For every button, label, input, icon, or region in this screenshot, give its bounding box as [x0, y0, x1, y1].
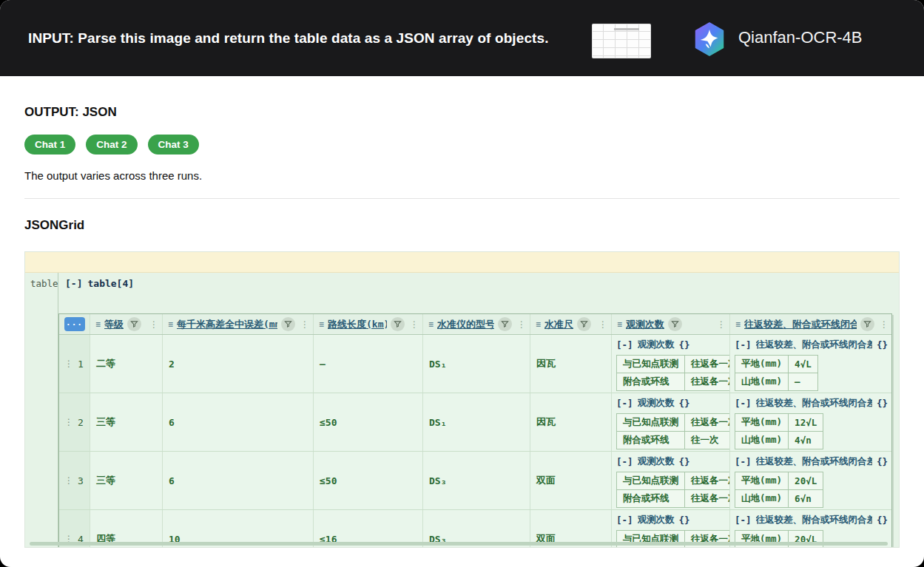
nested-table: 与已知点联测往返各一次 附合或环线往返各一次 [616, 355, 730, 391]
column-label: 往返较差、附合或环线闭合差 [744, 318, 857, 331]
column-more-icon[interactable]: ⋮ [597, 319, 607, 330]
cell-closure: [-] 往返较差、附合或环线闭合差 {} 平地(mm)20√L 山地(mm)6√… [730, 452, 892, 509]
nested-header: [-] 观测次数 {} [616, 455, 725, 468]
chat-2-button[interactable]: Chat 2 [86, 135, 137, 155]
chat-3-button[interactable]: Chat 3 [148, 135, 199, 155]
expand-all-button[interactable]: ... [64, 317, 85, 331]
nested-title: 观测次数 [638, 339, 675, 351]
nested-cell: 往返各一次 [685, 373, 731, 391]
highlight-bar [25, 252, 899, 273]
column-more-icon[interactable]: ⋮ [299, 319, 309, 330]
filter-icon[interactable] [391, 317, 405, 331]
cell-length: – [314, 335, 423, 393]
filter-icon[interactable] [860, 317, 874, 331]
filter-icon[interactable] [281, 317, 295, 331]
column-header-grade[interactable]: ≡ 等级 ⋮ [90, 314, 163, 334]
collapse-toggle[interactable]: [-] [735, 515, 752, 526]
root-node-label: table[4] [87, 278, 134, 289]
column-more-icon[interactable]: ⋮ [516, 319, 526, 330]
row-handle-cell[interactable]: ⋮ 1 [59, 335, 90, 393]
nested-title: 观测次数 [638, 397, 675, 410]
row-handle-cell[interactable]: ⋮ 2 [59, 393, 90, 451]
cell-observations: [-] 观测次数 {} 与已知点联测往返各一次 附合或环线往返各一次 [612, 335, 730, 393]
qianfan-logo-icon [694, 22, 725, 56]
input-prompt-text: INPUT: Parse this image and return the t… [28, 30, 549, 47]
card: INPUT: Parse this image and return the t… [0, 0, 924, 567]
nested-brace: {} [679, 339, 690, 350]
row-index: 2 [78, 417, 84, 428]
column-header-rmse[interactable]: ≡ 每千米高差全中误差(mm) ⋮ [163, 314, 314, 334]
nested-title: 往返较差、附合或环线闭合差 [756, 455, 872, 468]
nested-cell: – [789, 373, 818, 391]
column-menu-icon[interactable]: ≡ [319, 319, 324, 330]
nested-cell: 20√L [789, 472, 823, 490]
drag-handle-icon[interactable]: ⋮ [64, 417, 73, 427]
column-header-instrument[interactable]: ≡ 水准仪的型号 ⋮ [423, 314, 530, 334]
cell-grade: 二等 [90, 335, 163, 393]
jsongrid-main: [-] table[4] ... ≡ 等级 ⋮ [58, 273, 899, 548]
nested-cell: 12√L [789, 414, 823, 432]
column-more-icon[interactable]: ⋮ [148, 319, 158, 330]
collapse-toggle[interactable]: [-] [735, 339, 752, 350]
column-header-observations[interactable]: ≡ 观测次数 ⋮ [612, 314, 730, 334]
column-menu-icon[interactable]: ≡ [168, 319, 173, 330]
drag-handle-icon[interactable]: ⋮ [64, 475, 73, 486]
cell-staff: 因瓦 [530, 335, 612, 393]
collapse-toggle[interactable]: [-] [616, 456, 633, 467]
root-key-label: table [30, 278, 58, 289]
input-header: INPUT: Parse this image and return the t… [0, 0, 924, 76]
nested-cell: 往一次 [685, 432, 731, 449]
column-more-icon[interactable]: ⋮ [715, 319, 726, 330]
collapse-toggle[interactable]: [-] [616, 398, 633, 409]
column-header-length[interactable]: ≡ 路线长度(km) ⋮ [314, 314, 423, 334]
column-menu-icon[interactable]: ≡ [735, 319, 741, 330]
drag-handle-icon[interactable]: ⋮ [64, 359, 73, 369]
column-menu-icon[interactable]: ≡ [536, 319, 541, 330]
nested-header: [-] 观测次数 {} [616, 397, 725, 410]
column-header-closure[interactable]: ≡ 往返较差、附合或环线闭合差 ⋮ [730, 314, 892, 334]
nested-header: [-] 往返较差、附合或环线闭合差 {} [735, 455, 888, 468]
nested-brace: {} [679, 456, 690, 467]
nested-header: [-] 观测次数 {} [616, 339, 725, 351]
filter-icon[interactable] [498, 317, 512, 331]
filter-icon[interactable] [577, 317, 591, 331]
column-menu-icon[interactable]: ≡ [95, 319, 101, 330]
nested-cell: 与已知点联测 [617, 414, 685, 432]
collapse-toggle[interactable]: [-] [735, 456, 752, 467]
nested-cell: 附合或环线 [617, 490, 685, 508]
column-more-icon[interactable]: ⋮ [408, 319, 419, 330]
root-node-row: [-] table[4] [58, 273, 899, 293]
nested-brace: {} [679, 398, 690, 409]
column-label: 水准仪的型号 [437, 318, 494, 331]
cell-instrument: DS₃ [423, 452, 530, 509]
collapse-toggle[interactable]: [-] [616, 515, 633, 526]
column-menu-icon[interactable]: ≡ [617, 319, 622, 330]
nested-cell: 山地(mm) [735, 373, 789, 391]
nested-title: 往返较差、附合或环线闭合差 [756, 339, 872, 351]
column-label: 等级 [104, 318, 124, 331]
nested-title: 往返较差、附合或环线闭合差 [756, 397, 872, 410]
cell-instrument: DS₁ [423, 335, 530, 393]
nested-cell: 平地(mm) [735, 414, 789, 432]
row-handle-cell[interactable]: ⋮ 3 [59, 452, 90, 509]
collapse-toggle[interactable]: [-] [735, 398, 752, 409]
nested-table: 与已知点联测往返各一次 附合或环线往一次 [616, 413, 730, 449]
nested-table: 平地(mm)12√L 山地(mm)4√n [735, 413, 823, 449]
horizontal-scrollbar[interactable] [30, 542, 888, 546]
table-row-2: ⋮ 2 三等 6 ≤50 DS₁ 因瓦 [-] 观测次数 {} [59, 393, 891, 452]
collapse-toggle[interactable]: [-] [616, 339, 633, 350]
column-header-staff[interactable]: ≡ 水准尺 ⋮ [530, 314, 612, 334]
nested-brace: {} [679, 515, 690, 526]
filter-icon[interactable] [668, 317, 682, 331]
chat-1-button[interactable]: Chat 1 [24, 135, 75, 155]
nested-title: 观测次数 [638, 455, 675, 468]
cell-staff: 双面 [530, 452, 612, 509]
nested-header: [-] 往返较差、附合或环线闭合差 {} [735, 397, 888, 410]
column-label: 每千米高差全中误差(mm) [177, 318, 277, 331]
nested-cell: 平地(mm) [735, 356, 789, 373]
filter-icon[interactable] [127, 317, 141, 331]
root-collapse-toggle[interactable]: [-] [65, 278, 82, 289]
column-more-icon[interactable]: ⋮ [878, 319, 888, 330]
nested-cell: 往返各一次 [685, 490, 731, 508]
column-menu-icon[interactable]: ≡ [428, 319, 434, 330]
